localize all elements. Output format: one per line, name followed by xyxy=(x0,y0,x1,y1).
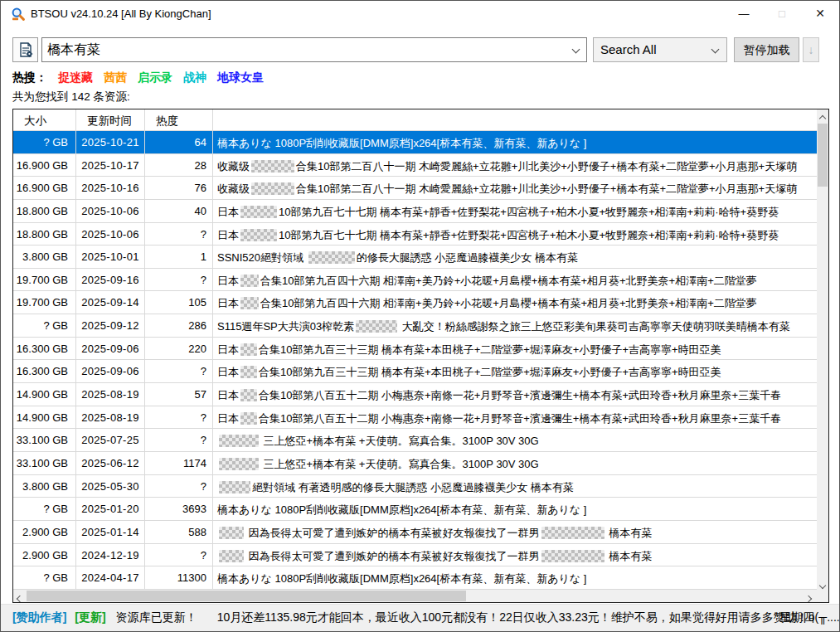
title-text: 合集10部第八百五十二期 小梅惠奈+南條一花+月野琴音+濱邊彌生+橋本有菜+武田… xyxy=(259,412,781,425)
cell-date: 2025-01-20 xyxy=(76,498,145,520)
censored-region xyxy=(308,251,355,264)
hotsearch-item[interactable]: 地球女皇 xyxy=(217,70,264,84)
censored-region xyxy=(240,389,257,401)
table-row[interactable]: 16.900 GB2025-10-1676收藏级合集10部第二百八十一期 木崎愛… xyxy=(13,177,817,200)
cell-date: 2025-09-14 xyxy=(76,291,145,314)
title-text: 收藏级 xyxy=(217,160,250,173)
cell-heat: 28 xyxy=(145,154,213,177)
cell-title: 日本合集10部第九百四十六期 相澤南+美乃鈴+小花暖+月島櫻+橋本有菜+相月葵+… xyxy=(213,269,817,291)
cell-size: 14.900 GB xyxy=(13,406,76,429)
cell-title: 橋本ありな 1080P刮削收藏版[DMM原档]x264[桥本有菜、新有菜、新あり… xyxy=(213,498,817,520)
close-button[interactable]: ✕ xyxy=(801,1,839,27)
column-header-size[interactable]: 大小 xyxy=(13,109,76,130)
search-combobox[interactable] xyxy=(41,37,587,62)
cell-date: 2025-07-25 xyxy=(76,429,145,451)
table-row[interactable]: 2.900 GB2024-12-19? 因為長得太可愛了遭到嫉妒的橋本有菜被好友… xyxy=(13,544,817,567)
title-text: 合集10部第九百三十三期 橋本有菜+本田桃子+二階堂夢+堀澤麻友+小野優子+吉高… xyxy=(259,366,721,378)
cell-heat: ? xyxy=(145,544,213,566)
cell-size: 19.700 GB xyxy=(13,269,76,291)
censored-region xyxy=(219,550,244,562)
table-row[interactable]: 16.300 GB2025-09-06?日本合集10部第九百三十三期 橋本有菜+… xyxy=(13,360,817,383)
title-text: 橋本ありな 1080P刮削收藏版[DMM原档]x264[桥本有菜、新有菜、新あり… xyxy=(217,503,586,516)
title-text: 日本 xyxy=(217,206,239,218)
hotsearch-item[interactable]: 战神 xyxy=(183,70,206,84)
cell-date: 2025-08-19 xyxy=(76,383,145,406)
table-row[interactable]: 16.900 GB2025-10-1728收藏级合集10部第二百八十一期 木崎愛… xyxy=(13,154,817,177)
table-row[interactable]: 19.700 GB2025-09-16?日本合集10部第九百四十六期 相澤南+美… xyxy=(13,269,817,292)
censored-region xyxy=(219,458,259,470)
censored-region xyxy=(240,343,257,356)
horizontal-scrollbar[interactable] xyxy=(13,590,817,602)
scroll-right-icon[interactable] xyxy=(804,590,817,602)
censored-region xyxy=(219,481,250,493)
table-row[interactable]: ? GB2025-09-12286S115週年SP大共演03榨乾素 大亂交！粉絲… xyxy=(13,314,817,338)
sponsor-author-link[interactable]: [赞助作者] xyxy=(12,610,66,625)
title-text: SSNI520絕對領域 xyxy=(217,251,307,264)
cell-title: 日本合集10部第九百四十六期 相澤南+美乃鈴+小花暖+月島櫻+橋本有菜+相月葵+… xyxy=(213,291,817,314)
vertical-scroll-thumb[interactable] xyxy=(818,124,828,187)
scroll-left-icon[interactable] xyxy=(13,590,27,602)
update-link[interactable]: [更新] xyxy=(75,610,105,625)
cell-date: 2025-09-12 xyxy=(76,314,145,337)
scroll-down-icon[interactable] xyxy=(817,576,828,590)
engine-select[interactable]: Search All xyxy=(593,37,727,62)
title-text: S115週年SP大共演03榨乾素 xyxy=(217,320,354,333)
cell-size: ? GB xyxy=(13,566,76,589)
title-text: 因為長得太可愛了遭到嫉妒的橋本有菜被好友報復找了一群男 xyxy=(245,550,540,562)
donation-message: 10月还差1135.98元才能回本，最近收入100元都没有！22日仅收入33.2… xyxy=(217,610,840,625)
vertical-scrollbar[interactable] xyxy=(817,109,828,590)
download-arrow-button[interactable]: ↓ xyxy=(803,37,819,62)
censored-region xyxy=(219,435,259,447)
title-text: 10部第九百七十七期 橋本有菜+靜香+佐野梨花+四宮桃子+柏木小夏+牧野麗奈+相… xyxy=(279,229,779,241)
cell-heat: 220 xyxy=(145,338,213,360)
column-header-date[interactable]: 更新时间 xyxy=(76,109,145,130)
cell-size: 16.300 GB xyxy=(13,360,76,382)
search-input[interactable] xyxy=(47,40,561,60)
title-text: 橋本ありな 1080P刮削收藏版[DMM原档]x264[桥本有菜、新有菜、新あり… xyxy=(217,137,586,149)
table-row[interactable]: 18.800 GB2025-10-06?日本10部第九百七十七期 橋本有菜+靜香… xyxy=(13,223,817,246)
horizontal-scroll-thumb[interactable] xyxy=(27,591,466,601)
table-row[interactable]: ? GB2025-01-203693橋本ありな 1080P刮削收藏版[DMM原档… xyxy=(13,498,817,521)
cell-heat: 1 xyxy=(145,246,213,268)
table-row[interactable]: 14.900 GB2025-08-1957日本合集10部第八百五十二期 小梅惠奈… xyxy=(13,383,817,406)
cell-date: 2025-10-21 xyxy=(76,131,145,153)
table-row[interactable]: 19.700 GB2025-09-14105日本合集10部第九百四十六期 相澤南… xyxy=(13,291,817,314)
table-row[interactable]: ? GB2024-04-1711300橋本ありな 1080P刮削收藏版[DMM原… xyxy=(13,566,817,590)
censored-region xyxy=(541,550,605,562)
table-row[interactable]: 33.100 GB2025-06-121174 三上悠亞+橋本有菜 +天使萌。寫… xyxy=(13,452,817,475)
cell-title: 日本10部第九百七十七期 橋本有菜+靜香+佐野梨花+四宮桃子+柏木小夏+牧野麗奈… xyxy=(213,200,817,222)
status-bar: [赞助作者] [更新] 资源库已更新！ 10月还差1135.98元才能回本，最近… xyxy=(1,604,839,631)
table-row[interactable]: 14.900 GB2025-08-19?日本合集10部第八百五十二期 小梅惠奈+… xyxy=(13,406,817,430)
cell-size: 14.900 GB xyxy=(13,383,76,406)
table-row[interactable]: 18.800 GB2025-10-0640日本10部第九百七十七期 橋本有菜+靜… xyxy=(13,200,817,223)
scroll-up-icon[interactable] xyxy=(817,109,828,123)
table-row[interactable]: 16.300 GB2025-09-06220日本合集10部第九百三十三期 橋本有… xyxy=(13,338,817,361)
cell-heat: 40 xyxy=(145,200,213,222)
hotsearch-item[interactable]: 捉迷藏 xyxy=(58,70,93,84)
chevron-down-icon[interactable] xyxy=(572,46,580,54)
hotsearch-item[interactable]: 茜茜 xyxy=(104,70,127,84)
cell-heat: ? xyxy=(145,223,213,246)
title-text: 日本 xyxy=(217,366,239,378)
table-row[interactable]: 2.900 GB2025-01-14588 因為長得太可愛了遭到嫉妒的橋本有菜被… xyxy=(13,521,817,544)
column-header-title[interactable] xyxy=(213,109,828,130)
cell-heat: ? xyxy=(145,429,213,451)
column-header-heat[interactable]: 热度 xyxy=(145,109,213,130)
cell-date: 2025-08-19 xyxy=(76,406,145,429)
maximize-button[interactable]: □ xyxy=(763,1,801,27)
table-row[interactable]: 3.800 GB2025-05-30?絕對領域 有著透明感的修長大腿誘惑 小惡魔… xyxy=(13,475,817,498)
cell-heat: ? xyxy=(145,406,213,429)
table-row[interactable]: ? GB2025-10-2164橋本ありな 1080P刮削收藏版[DMM原档]x… xyxy=(13,131,817,154)
engine-selected-value: Search All xyxy=(600,42,657,56)
title-text: 日本 xyxy=(217,275,239,287)
hotsearch-item[interactable]: 启示录 xyxy=(138,70,172,84)
minimize-button[interactable]: — xyxy=(725,1,763,27)
weekday-label: 星期四 xyxy=(779,610,814,625)
table-row[interactable]: 33.100 GB2025-07-25? 三上悠亞+橋本有菜 +天使萌。寫真合集… xyxy=(13,429,817,452)
pause-loading-button[interactable]: 暂停加载 xyxy=(734,37,799,62)
cell-title: 橋本ありな 1080P刮削收藏版[DMM原档]x264[桥本有菜、新有菜、新あり… xyxy=(213,131,817,153)
cell-size: 18.800 GB xyxy=(13,223,76,246)
cell-date: 2025-10-16 xyxy=(76,177,145,199)
search-settings-button[interactable] xyxy=(12,37,38,62)
table-row[interactable]: 3.800 GB2025-10-011SSNI520絕對領域 的修長大腿誘惑 小… xyxy=(13,246,817,269)
